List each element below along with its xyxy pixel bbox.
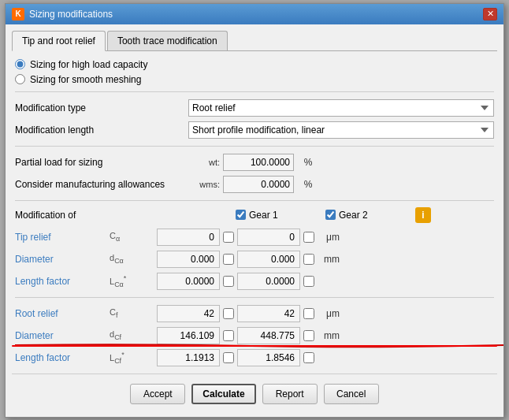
length-root-gear2-check[interactable] <box>303 352 314 363</box>
gear2-checkbox[interactable] <box>325 210 336 220</box>
tip-relief-symbol: Cα <box>110 231 157 243</box>
radio-smooth-mesh-row: Sizing for smooth meshing <box>15 74 494 85</box>
root-relief-inputs: μm <box>157 305 494 322</box>
modification-type-label: Modification type <box>15 102 188 113</box>
diameter-tip-symbol: dCα <box>110 253 157 265</box>
diameter-root-gear1-check[interactable] <box>223 330 234 341</box>
diameter-tip-gear2-input[interactable] <box>237 251 300 268</box>
length-root-gear1-check[interactable] <box>223 352 234 363</box>
radio-high-load-row: Sizing for high load capacity <box>15 59 494 70</box>
diameter-root-gear2-check[interactable] <box>303 330 314 341</box>
tab-bar: Tip and root relief Tooth trace modifica… <box>12 31 497 51</box>
root-relief-gear1-check[interactable] <box>223 308 234 319</box>
tip-relief-gear1-check[interactable] <box>223 232 234 243</box>
root-relief-label: Root relief <box>15 308 110 319</box>
info-button[interactable]: i <box>415 207 431 223</box>
length-root-gear2-input[interactable] <box>237 349 300 366</box>
modification-of-label: Modification of <box>15 210 188 221</box>
tip-relief-gear2-input[interactable] <box>237 229 300 246</box>
tab-tooth-trace[interactable]: Tooth trace modification <box>107 31 228 50</box>
calculate-button[interactable]: Calculate <box>191 384 255 404</box>
tip-relief-gear1-input[interactable] <box>157 229 220 246</box>
diameter-root-label: Diameter <box>15 330 110 341</box>
gear2-header: Gear 2 <box>325 210 412 221</box>
red-line <box>15 343 494 348</box>
root-relief-gear1-input[interactable] <box>157 305 220 322</box>
diameter-tip-gear1-input[interactable] <box>157 251 220 268</box>
length-tip-gear2-check[interactable] <box>303 276 314 287</box>
length-tip-gear1-input[interactable] <box>157 273 220 290</box>
row-diameter-root: Diameter dCf mm <box>15 326 494 345</box>
manufacturing-label: Consider manufacturing allowances <box>15 179 188 190</box>
tab-tip-root[interactable]: Tip and root relief <box>12 31 106 51</box>
button-bar: Accept Calculate Report Cancel <box>12 374 497 411</box>
title-bar-left: K Sizing modifications <box>12 8 113 20</box>
diameter-tip-gear1-check[interactable] <box>223 254 234 265</box>
diameter-tip-unit: mm <box>318 254 340 265</box>
gear1-header: Gear 1 <box>236 210 322 221</box>
modification-of-header: Modification of Gear 1 Gear 2 i <box>15 207 494 223</box>
root-relief-unit: μm <box>318 308 340 319</box>
radio-high-load[interactable] <box>15 59 25 69</box>
diameter-root-gear1-input[interactable] <box>157 327 220 344</box>
modification-type-select[interactable]: Root relief <box>188 99 494 117</box>
manufacturing-unit: % <box>297 179 319 190</box>
diameter-root-symbol: dCf <box>110 329 157 341</box>
row-diameter-tip: Diameter dCα mm <box>15 250 494 269</box>
manufacturing-input[interactable] <box>223 176 294 193</box>
row-length-root: Length factor LCf* <box>15 348 494 367</box>
diameter-tip-inputs: mm <box>157 251 494 268</box>
window-title: Sizing modifications <box>29 9 113 20</box>
manufacturing-symbol: wms: <box>188 180 220 189</box>
radio-smooth-mesh[interactable] <box>15 74 25 84</box>
diameter-root-inputs: mm <box>157 327 494 344</box>
divider-4 <box>15 297 494 298</box>
length-root-symbol: LCf* <box>110 351 157 365</box>
partial-load-input[interactable] <box>223 154 294 171</box>
cancel-button[interactable]: Cancel <box>324 384 379 404</box>
divider-3 <box>15 200 494 201</box>
tip-relief-label: Tip relief <box>15 232 110 243</box>
partial-load-label: Partial load for sizing <box>15 157 188 168</box>
length-tip-label: Length factor <box>15 276 110 287</box>
modification-type-row: Modification type Root relief <box>15 98 494 117</box>
diameter-root-gear2-input[interactable] <box>237 327 300 344</box>
close-button[interactable]: ✕ <box>483 8 497 20</box>
diameter-tip-label: Diameter <box>15 254 110 265</box>
report-button[interactable]: Report <box>262 384 318 404</box>
tip-relief-gear2-check[interactable] <box>303 232 314 243</box>
row-root-relief: Root relief Cf μm <box>15 304 494 323</box>
partial-load-row: Partial load for sizing wt: % <box>15 153 494 172</box>
accept-button[interactable]: Accept <box>130 384 185 404</box>
length-tip-inputs <box>157 273 494 290</box>
length-root-gear1-input[interactable] <box>157 349 220 366</box>
radio-smooth-mesh-label: Sizing for smooth meshing <box>30 74 141 85</box>
tip-relief-inputs: μm <box>157 229 494 246</box>
root-relief-gear2-check[interactable] <box>303 308 314 319</box>
dialog-content: Tip and root relief Tooth trace modifica… <box>6 24 503 417</box>
gear1-label: Gear 1 <box>249 210 278 221</box>
length-root-inputs <box>157 349 494 366</box>
root-relief-gear2-input[interactable] <box>237 305 300 322</box>
divider-1 <box>15 91 494 92</box>
gear1-checkbox[interactable] <box>236 210 246 220</box>
radio-high-load-label: Sizing for high load capacity <box>30 59 147 70</box>
length-root-label: Length factor <box>15 352 110 363</box>
diameter-tip-gear2-check[interactable] <box>303 254 314 265</box>
partial-load-symbol: wt: <box>188 158 220 167</box>
length-tip-gear2-input[interactable] <box>237 273 300 290</box>
tip-relief-unit: μm <box>318 232 340 243</box>
tab-content: Sizing for high load capacity Sizing for… <box>12 59 497 367</box>
divider-2 <box>15 146 494 147</box>
partial-load-unit: % <box>297 157 319 168</box>
modification-length-label: Modification length <box>15 125 188 136</box>
main-window: K Sizing modifications ✕ Tip and root re… <box>5 3 504 418</box>
modification-length-select[interactable]: Short profile modification, linear <box>188 121 494 139</box>
manufacturing-row: Consider manufacturing allowances wms: % <box>15 175 494 194</box>
diameter-root-unit: mm <box>318 330 340 341</box>
row-tip-relief: Tip relief Cα μm <box>15 228 494 247</box>
length-tip-symbol: LCα* <box>110 274 157 288</box>
title-bar: K Sizing modifications ✕ <box>6 4 503 24</box>
gear2-label: Gear 2 <box>339 210 368 221</box>
length-tip-gear1-check[interactable] <box>223 276 234 287</box>
